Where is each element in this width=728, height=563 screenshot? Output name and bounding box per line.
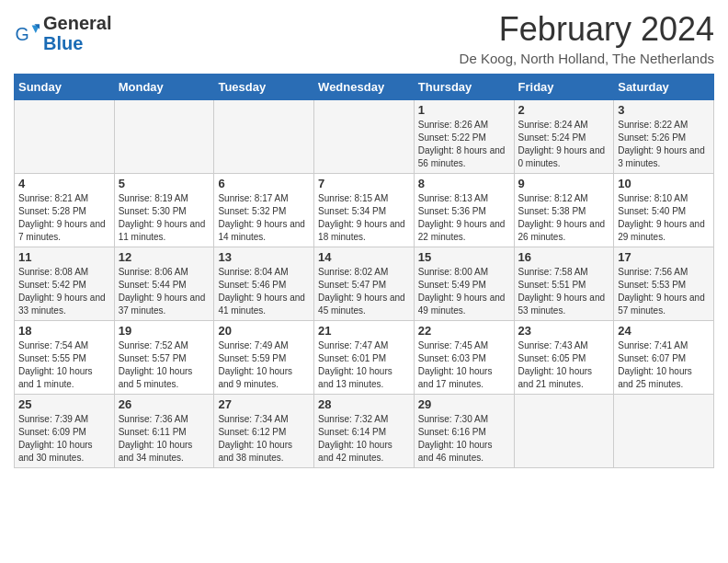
day-info: Sunrise: 7:45 AMSunset: 6:03 PMDaylight:… [418,339,510,391]
day-info: Sunrise: 7:47 AMSunset: 6:01 PMDaylight:… [318,339,410,391]
weekday-header-tuesday: Tuesday [214,75,314,100]
calendar-cell: 3Sunrise: 8:22 AMSunset: 5:26 PMDaylight… [614,100,714,174]
day-number: 18 [18,324,110,338]
calendar-cell: 4Sunrise: 8:21 AMSunset: 5:28 PMDaylight… [15,174,115,247]
calendar-cell: 28Sunrise: 7:32 AMSunset: 6:14 PMDayligh… [314,395,415,468]
day-info: Sunrise: 7:34 AMSunset: 6:12 PMDaylight:… [218,413,310,465]
logo-blue-text: Blue [43,33,111,53]
day-number: 15 [418,250,510,264]
day-info: Sunrise: 7:41 AMSunset: 6:07 PMDaylight:… [618,339,710,391]
day-number: 10 [618,177,710,190]
day-info: Sunrise: 7:58 AMSunset: 5:51 PMDaylight:… [518,266,610,317]
day-info: Sunrise: 8:21 AMSunset: 5:28 PMDaylight:… [18,192,110,244]
calendar-cell: 27Sunrise: 7:34 AMSunset: 6:12 PMDayligh… [214,395,314,468]
day-number: 25 [18,397,110,411]
weekday-header-sunday: Sunday [15,75,115,100]
calendar-cell: 24Sunrise: 7:41 AMSunset: 6:07 PMDayligh… [614,321,714,395]
calendar-week-row-1: 1Sunrise: 8:26 AMSunset: 5:22 PMDaylight… [15,100,714,174]
day-number: 27 [218,397,310,411]
calendar-cell: 26Sunrise: 7:36 AMSunset: 6:11 PMDayligh… [114,395,214,468]
day-info: Sunrise: 8:04 AMSunset: 5:46 PMDaylight:… [218,266,310,317]
day-number: 24 [618,324,710,338]
calendar-cell: 8Sunrise: 8:13 AMSunset: 5:36 PMDaylight… [414,174,514,247]
day-number: 17 [618,250,710,264]
day-info: Sunrise: 8:26 AMSunset: 5:22 PMDaylight:… [418,119,510,170]
calendar-cell [15,100,115,174]
calendar-cell: 6Sunrise: 8:17 AMSunset: 5:32 PMDaylight… [214,174,314,247]
day-number: 5 [119,177,210,190]
calendar-cell: 2Sunrise: 8:24 AMSunset: 5:24 PMDaylight… [514,100,614,174]
calendar-cell: 29Sunrise: 7:30 AMSunset: 6:16 PMDayligh… [414,395,514,468]
day-number: 29 [418,397,510,411]
calendar-cell [114,100,214,174]
calendar-cell: 23Sunrise: 7:43 AMSunset: 6:05 PMDayligh… [514,321,614,395]
calendar-cell [214,100,314,174]
calendar-cell: 5Sunrise: 8:19 AMSunset: 5:30 PMDaylight… [114,174,214,247]
day-number: 16 [518,250,610,264]
day-number: 4 [18,177,110,190]
day-number: 7 [318,177,410,190]
day-number: 14 [318,250,410,264]
calendar-cell: 20Sunrise: 7:49 AMSunset: 5:59 PMDayligh… [214,321,314,395]
calendar-cell: 25Sunrise: 7:39 AMSunset: 6:09 PMDayligh… [15,395,115,468]
day-info: Sunrise: 7:54 AMSunset: 5:55 PMDaylight:… [18,339,110,391]
weekday-header-wednesday: Wednesday [314,75,415,100]
day-info: Sunrise: 8:17 AMSunset: 5:32 PMDaylight:… [218,192,310,244]
day-info: Sunrise: 8:15 AMSunset: 5:34 PMDaylight:… [318,192,410,244]
weekday-header-thursday: Thursday [414,75,514,100]
calendar-cell [514,395,614,468]
weekday-header-monday: Monday [114,75,214,100]
logo-icon: G [14,20,40,46]
logo-general-text: General [43,13,111,33]
calendar-cell [314,100,415,174]
calendar-cell: 7Sunrise: 8:15 AMSunset: 5:34 PMDaylight… [314,174,415,247]
day-number: 1 [418,103,510,117]
day-number: 19 [119,324,210,338]
day-info: Sunrise: 7:52 AMSunset: 5:57 PMDaylight:… [119,339,210,391]
day-info: Sunrise: 7:49 AMSunset: 5:59 PMDaylight:… [218,339,310,391]
day-info: Sunrise: 8:00 AMSunset: 5:49 PMDaylight:… [418,266,510,317]
day-number: 20 [218,324,310,338]
day-number: 12 [119,250,210,264]
day-number: 3 [618,103,710,117]
day-number: 13 [218,250,310,264]
day-info: Sunrise: 7:56 AMSunset: 5:53 PMDaylight:… [618,266,710,317]
day-number: 11 [18,250,110,264]
calendar-cell: 1Sunrise: 8:26 AMSunset: 5:22 PMDaylight… [414,100,514,174]
day-info: Sunrise: 8:08 AMSunset: 5:42 PMDaylight:… [18,266,110,317]
calendar-week-row-3: 11Sunrise: 8:08 AMSunset: 5:42 PMDayligh… [15,247,714,321]
day-info: Sunrise: 8:10 AMSunset: 5:40 PMDaylight:… [618,192,710,244]
day-info: Sunrise: 8:24 AMSunset: 5:24 PMDaylight:… [518,119,610,170]
calendar-cell: 16Sunrise: 7:58 AMSunset: 5:51 PMDayligh… [514,247,614,321]
weekday-header-saturday: Saturday [614,75,714,100]
weekday-header-row: SundayMondayTuesdayWednesdayThursdayFrid… [15,75,714,100]
day-info: Sunrise: 7:32 AMSunset: 6:14 PMDaylight:… [318,413,410,465]
day-number: 6 [218,177,310,190]
calendar-cell: 17Sunrise: 7:56 AMSunset: 5:53 PMDayligh… [614,247,714,321]
svg-text:G: G [15,24,28,44]
calendar-cell: 13Sunrise: 8:04 AMSunset: 5:46 PMDayligh… [214,247,314,321]
calendar: SundayMondayTuesdayWednesdayThursdayFrid… [14,74,714,468]
logo-text: General Blue [43,13,111,53]
location: De Koog, North Holland, The Netherlands [460,51,714,66]
day-info: Sunrise: 8:12 AMSunset: 5:38 PMDaylight:… [518,192,610,244]
day-info: Sunrise: 8:02 AMSunset: 5:47 PMDaylight:… [318,266,410,317]
calendar-cell: 9Sunrise: 8:12 AMSunset: 5:38 PMDaylight… [514,174,614,247]
day-number: 28 [318,397,410,411]
calendar-week-row-2: 4Sunrise: 8:21 AMSunset: 5:28 PMDaylight… [15,174,714,247]
day-number: 9 [518,177,610,190]
day-info: Sunrise: 7:43 AMSunset: 6:05 PMDaylight:… [518,339,610,391]
day-number: 2 [518,103,610,117]
day-info: Sunrise: 8:13 AMSunset: 5:36 PMDaylight:… [418,192,510,244]
calendar-week-row-4: 18Sunrise: 7:54 AMSunset: 5:55 PMDayligh… [15,321,714,395]
day-info: Sunrise: 7:30 AMSunset: 6:16 PMDaylight:… [418,413,510,465]
day-info: Sunrise: 8:22 AMSunset: 5:26 PMDaylight:… [618,119,710,170]
month-title: February 2024 [460,9,714,49]
day-info: Sunrise: 8:06 AMSunset: 5:44 PMDaylight:… [119,266,210,317]
page: G General Blue February 2024 De Koog, No… [0,0,728,477]
day-number: 8 [418,177,510,190]
day-number: 22 [418,324,510,338]
header: G General Blue February 2024 De Koog, No… [14,9,714,66]
calendar-cell: 21Sunrise: 7:47 AMSunset: 6:01 PMDayligh… [314,321,415,395]
calendar-cell: 11Sunrise: 8:08 AMSunset: 5:42 PMDayligh… [15,247,115,321]
